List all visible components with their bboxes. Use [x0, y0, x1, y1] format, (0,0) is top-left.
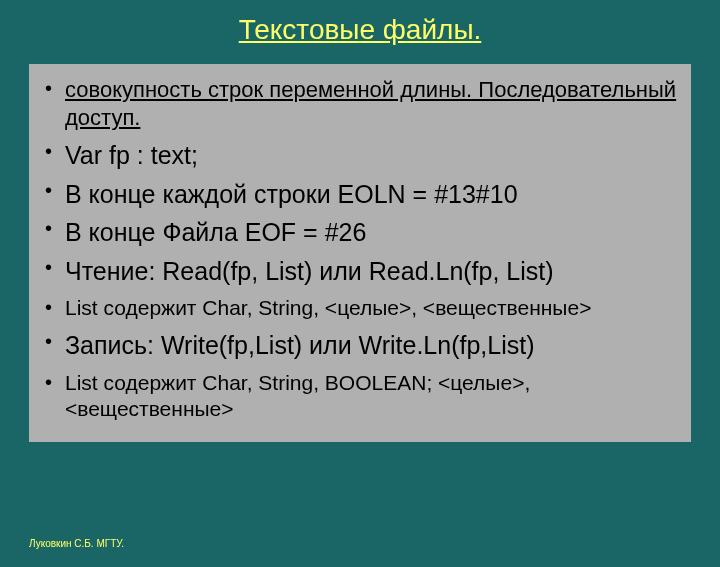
list-item: В конце каждой строки EOLN = #13#10 [37, 178, 683, 211]
list-item: В конце Файла EOF = #26 [37, 216, 683, 249]
content-box: совокупность строк переменной длины. Пос… [29, 64, 691, 442]
list-item: совокупность строк переменной длины. Пос… [37, 76, 683, 131]
bullet-list: совокупность строк переменной длины. Пос… [37, 76, 683, 422]
list-item-text: Var fp : text; [65, 141, 198, 169]
list-item: List содержит Char, String, <целые>, <ве… [37, 295, 683, 321]
slide-title: Текстовые файлы. [0, 0, 720, 64]
list-item-text: List содержит Char, String, BOOLEAN; <це… [65, 371, 530, 420]
list-item: List содержит Char, String, BOOLEAN; <це… [37, 370, 683, 423]
list-item-text: В конце Файла EOF = #26 [65, 218, 366, 246]
list-item-text: List содержит Char, String, <целые>, <ве… [65, 296, 591, 319]
slide-title-text: Текстовые файлы. [239, 14, 482, 45]
list-item: Чтение: Read(fp, List) или Read.Ln(fp, L… [37, 255, 683, 288]
list-item-text: Запись: Write(fp,List) или Write.Ln(fp,L… [65, 331, 535, 359]
footer-text: Луковкин С.Б. МГТУ. [29, 538, 124, 549]
list-item-text: В конце каждой строки EOLN = #13#10 [65, 180, 518, 208]
list-item-text: совокупность строк переменной длины. Пос… [65, 77, 676, 130]
list-item: Var fp : text; [37, 139, 683, 172]
list-item: Запись: Write(fp,List) или Write.Ln(fp,L… [37, 329, 683, 362]
list-item-text: Чтение: Read(fp, List) или Read.Ln(fp, L… [65, 257, 554, 285]
